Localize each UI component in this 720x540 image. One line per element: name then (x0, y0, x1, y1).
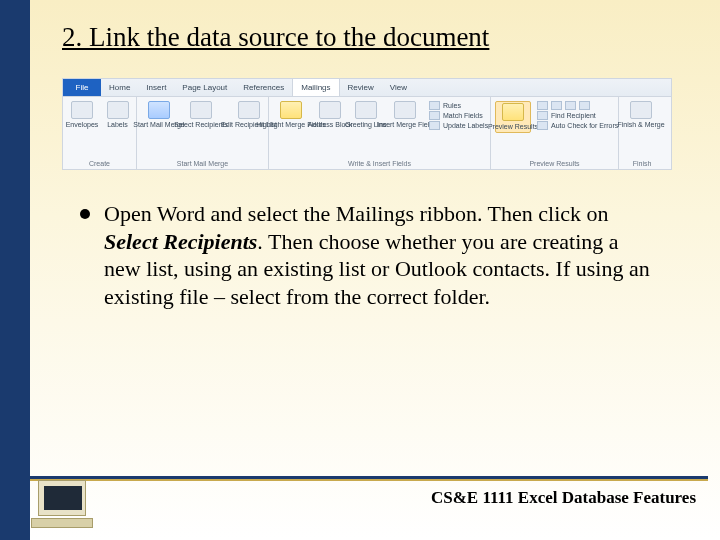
envelope-icon (71, 101, 93, 119)
tab-file[interactable]: File (63, 79, 101, 96)
preview-side: Find Recipient Auto Check for Errors (537, 101, 618, 130)
instruction-paragraph: Open Word and select the Mailings ribbon… (104, 200, 660, 310)
slide-title: 2. Link the data source to the document (62, 22, 662, 53)
tab-insert[interactable]: Insert (138, 83, 174, 92)
last-record-icon (579, 101, 590, 110)
keyboard-icon (31, 518, 93, 528)
para-pre: Open Word and select the Mailings ribbon… (104, 201, 609, 226)
start-mail-merge-icon (148, 101, 170, 119)
group-label-write: Write & Insert Fields (273, 160, 486, 169)
left-accent-bar (0, 0, 30, 540)
group-label-preview: Preview Results (495, 160, 614, 169)
group-start-mail-merge: Start Mail Merge Select Recipients Edit … (137, 97, 269, 169)
tab-view[interactable]: View (382, 83, 415, 92)
btn-start-mail-merge[interactable]: Start Mail Merge (141, 101, 177, 129)
btn-address-block[interactable]: Address Block (315, 101, 345, 129)
find-recipient-icon (537, 111, 548, 120)
first-record-icon (537, 101, 548, 110)
auto-check-icon (537, 121, 548, 130)
screen-icon (44, 486, 82, 510)
btn-envelopes[interactable]: Envelopes (67, 101, 97, 129)
group-finish: Finish & Merge Finish (619, 97, 665, 169)
highlight-icon (280, 101, 302, 119)
group-create: Envelopes Labels Create (63, 97, 137, 169)
btn-update-labels[interactable]: Update Labels (429, 121, 488, 130)
preview-results-icon (502, 103, 524, 121)
update-labels-icon (429, 121, 440, 130)
btn-preview-results[interactable]: Preview Results (495, 101, 531, 133)
tab-mailings[interactable]: Mailings (292, 79, 339, 96)
btn-finish-merge[interactable]: Finish & Merge (623, 101, 659, 129)
group-label-create: Create (67, 160, 132, 169)
insert-merge-field-icon (394, 101, 416, 119)
labels-icon (107, 101, 129, 119)
btn-find-recipient[interactable]: Find Recipient (537, 111, 618, 120)
group-label-finish: Finish (623, 160, 661, 169)
btn-labels[interactable]: Labels (103, 101, 132, 129)
nav-recipients[interactable] (537, 101, 618, 110)
footer-text: CS&E 1111 Excel Database Features (431, 488, 696, 508)
ribbon-groups: Envelopes Labels Create Start Mail Merge… (63, 97, 671, 169)
write-insert-side: Rules Match Fields Update Labels (429, 101, 488, 130)
tab-review[interactable]: Review (340, 83, 382, 92)
bullet-dot (80, 209, 90, 219)
ribbon-tabs: File Home Insert Page Layout References … (63, 79, 671, 97)
finish-merge-icon (630, 101, 652, 119)
edit-recipient-list-icon (238, 101, 260, 119)
tab-home[interactable]: Home (101, 83, 138, 92)
footer-divider (30, 476, 708, 479)
computer-icon (38, 480, 93, 528)
slide: 2. Link the data source to the document … (0, 0, 720, 540)
btn-rules[interactable]: Rules (429, 101, 488, 110)
address-block-icon (319, 101, 341, 119)
tab-page-layout[interactable]: Page Layout (174, 83, 235, 92)
select-recipients-icon (190, 101, 212, 119)
word-ribbon: File Home Insert Page Layout References … (62, 78, 672, 170)
group-label-start: Start Mail Merge (141, 160, 264, 169)
body-text: Open Word and select the Mailings ribbon… (80, 200, 660, 310)
btn-insert-merge-field[interactable]: Insert Merge Field (387, 101, 423, 129)
btn-select-recipients[interactable]: Select Recipients (183, 101, 219, 129)
rules-icon (429, 101, 440, 110)
select-recipients-emphasis: Select Recipients (104, 229, 257, 254)
monitor-icon (38, 480, 86, 516)
title-wrap: 2. Link the data source to the document (62, 22, 662, 53)
greeting-line-icon (355, 101, 377, 119)
tab-references[interactable]: References (235, 83, 292, 92)
group-write-insert: Highlight Merge Fields Address Block Gre… (269, 97, 491, 169)
prev-record-icon (551, 101, 562, 110)
btn-highlight-merge-fields[interactable]: Highlight Merge Fields (273, 101, 309, 129)
btn-match-fields[interactable]: Match Fields (429, 111, 488, 120)
next-record-icon (565, 101, 576, 110)
group-preview-results: Preview Results Find Recipient Auto Chec… (491, 97, 619, 169)
btn-auto-check[interactable]: Auto Check for Errors (537, 121, 618, 130)
match-fields-icon (429, 111, 440, 120)
